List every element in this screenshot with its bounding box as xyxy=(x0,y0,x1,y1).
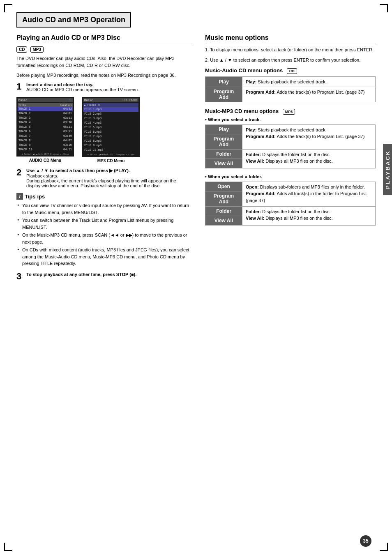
step-3-bold: To stop playback at any other time, pres… xyxy=(26,272,136,277)
folder-folder-desc-bold: Folder: xyxy=(246,209,261,214)
mp3-file-8: FILE 8.mp3 xyxy=(83,139,138,143)
right-section-title: Music menu options xyxy=(205,34,376,43)
mp3-screen-header: Music 138 Items xyxy=(83,98,138,102)
step-2-number: 2 xyxy=(16,168,24,177)
mp3-cd-menu-title: Music-MP3 CD menu options MP3 xyxy=(205,108,376,115)
folder-program-add-desc-bold: Program Add: xyxy=(246,191,276,196)
mp3-folder-desc-bold: Folder: xyxy=(246,152,261,157)
mp3-file-5: FILE 5.mp3 xyxy=(83,125,138,130)
main-title: Audio CD and MP3 Operation xyxy=(22,16,125,24)
mp3-play-desc-text: Starts playback the selected track. xyxy=(256,127,327,132)
left-column: Playing an Audio CD or MP3 Disc CD MP3 T… xyxy=(16,34,191,285)
tips-box: T Tipsips You can view TV channel or vid… xyxy=(16,193,191,267)
audio-cd-badge: CD xyxy=(287,68,297,74)
mp3-file-1: FILE 1.mp3 xyxy=(83,107,138,112)
audio-cd-play-desc-bold: Play: xyxy=(246,79,256,84)
cd-screen-footer: ⊕ Select ▲▼◄►Mark EDIT Program ✕ Close xyxy=(18,153,73,155)
right-intro-2: 2. Use ▲ / ▼ to select an option then pr… xyxy=(205,57,376,64)
cd-track-2: TRACK 2 04:01 xyxy=(18,111,73,116)
cd-screen-label: AUDIO CD Menu xyxy=(16,158,74,163)
right-intro-1: 1. To display menu options, select a tac… xyxy=(205,46,376,53)
audio-cd-program-add-desc: Program Add: Adds the track(s) to Progra… xyxy=(242,87,376,102)
folder-folder-btn: Folder xyxy=(205,206,242,216)
cd-col-duration: Duration xyxy=(60,104,72,106)
folder-open-desc-bold: Open: xyxy=(246,184,259,189)
left-section-title: Playing an Audio CD or MP3 Disc xyxy=(16,34,191,43)
mp3-cd-badge: MP3 xyxy=(283,109,295,115)
mp3-viewall-btn: View All xyxy=(205,159,242,168)
tips-list: You can view TV channel or video input s… xyxy=(16,202,191,267)
mp3-folder-row: ▶ FOLDER 01 xyxy=(83,103,138,107)
cd-track-6: TRACK 603:51 xyxy=(18,129,73,134)
step-2-extra: During playback, the current track's ela… xyxy=(26,178,176,188)
audio-cd-program-add-row: Program Add Program Add: Adds the track(… xyxy=(205,87,376,102)
mp3-program-add-btn: Program Add xyxy=(205,134,242,149)
main-title-box: Audio CD and MP3 Operation xyxy=(16,12,131,28)
folder-viewall-desc-text: Displays all MP3 files on the disc. xyxy=(264,216,332,221)
mp3-header-left: Music xyxy=(84,99,93,102)
screens-row: Music 🎵 Title Duration TRACK 1 04:43 xyxy=(16,97,191,164)
cd-track-1: TRACK 1 04:43 xyxy=(18,107,73,111)
right-col-inner: Music menu options 1. To display menu op… xyxy=(201,34,376,226)
cd-track-5: TRACK 505:21 xyxy=(18,125,73,129)
mp3-folder-menu-table: Open Open: Displays sub-folders and MP3 … xyxy=(205,182,376,226)
tip-3: On the Music-MP3 CD menu, press SCAN (◄◄… xyxy=(16,232,191,245)
cd-track-7: TRACK 703:49 xyxy=(18,134,73,138)
mp3-screen: Music 138 Items ▶ FOLDER 01 FILE 1.mp3 F… xyxy=(82,97,140,157)
audio-cd-menu-title: Music-Audio CD menu options CD xyxy=(205,67,376,74)
folder-viewall-btn: View All xyxy=(205,216,242,225)
step-3: 3 To stop playback at any other time, pr… xyxy=(16,272,191,281)
cd-track-3: TRACK 303:51 xyxy=(18,116,73,120)
folder-program-add-btn: Program Add xyxy=(205,191,242,206)
step-2-content: Use ▲ / ▼ to select a track then press ▶… xyxy=(26,168,191,188)
cd-track-1-name: TRACK 1 xyxy=(18,107,31,111)
cd-track-10: TRACK 1004:11 xyxy=(18,147,73,152)
mp3-play-desc: Play: Starts playback the selected track… xyxy=(242,124,376,149)
tips-icon: T xyxy=(16,193,23,200)
cd-track-2-time: 04:01 xyxy=(63,112,72,115)
mp3-file-10: FILE 10.mp3 xyxy=(83,148,138,152)
mp3-file-3: FILE 3.mp3 xyxy=(83,116,138,121)
cd-header-left: Music xyxy=(18,99,27,102)
cd-col-title: Title xyxy=(18,104,26,106)
audio-cd-program-add-btn: Program Add xyxy=(205,87,242,102)
mp3-file-4: FILE 4.mp3 xyxy=(83,121,138,125)
cd-screen-wrapper: Music 🎵 Title Duration TRACK 1 04:43 xyxy=(16,97,74,164)
tip-4: On CDs with mixed content (audio tracks,… xyxy=(16,246,191,267)
mp3-note: Before playing MP3 recordings, read the … xyxy=(16,72,191,79)
mp3-play-row: Play Play: Starts playback the selected … xyxy=(205,124,376,134)
page-container: Audio CD and MP3 Operation Playing an Au… xyxy=(0,0,392,555)
mp3-viewall-desc-text: Displays all MP3 files on the disc. xyxy=(264,159,332,164)
cd-screen-header: Music 🎵 xyxy=(18,98,73,102)
step-3-number: 3 xyxy=(16,272,24,281)
folder-folder-desc: Folder: Displays the folder list on the … xyxy=(242,206,376,225)
mp3-file-6: FILE 6.mp3 xyxy=(83,130,138,134)
mp3-program-add-desc-bold: Program Add: xyxy=(246,134,276,139)
mp3-folder-row: Folder Folder: Displays the folder list … xyxy=(205,149,376,159)
step-2: 2 Use ▲ / ▼ to select a track then press… xyxy=(16,168,191,188)
mp3-screen-wrapper: Music 138 Items ▶ FOLDER 01 FILE 1.mp3 F… xyxy=(82,97,140,164)
mp3-play-desc-bold: Play: xyxy=(246,127,256,132)
mp3-header-right: 138 Items xyxy=(122,99,138,102)
folder-open-desc-text: Displays sub-folders and MP3 files only … xyxy=(259,184,365,189)
mp3-folder-btn: Folder xyxy=(205,149,242,159)
step-1: 1 Insert a disc and close the tray. AUDI… xyxy=(16,82,191,92)
cd-screen: Music 🎵 Title Duration TRACK 1 04:43 xyxy=(16,97,74,157)
folder-folder-row: Folder Folder: Displays the folder list … xyxy=(205,206,376,216)
audio-cd-program-add-desc-bold: Program Add: xyxy=(246,90,276,94)
badge-row: CD MP3 xyxy=(16,46,191,53)
folder-viewall-desc-bold: View All: xyxy=(246,216,264,221)
mp3-folder-desc-text: Displays the folder list on the disc. xyxy=(261,152,330,157)
mp3-badge: MP3 xyxy=(30,46,44,53)
right-column: Music menu options 1. To display menu op… xyxy=(201,34,376,285)
tips-title: T Tipsips xyxy=(16,193,191,200)
mp3-screen-footer: ⊕ Select ▲▼◄►Mark EDIT Program ✕ Close xyxy=(83,153,138,156)
step-3-content: To stop playback at any other time, pres… xyxy=(26,272,191,277)
audio-cd-play-desc-text: Starts playback the selected track. xyxy=(256,79,327,84)
tip-2: You can switch between the Track List an… xyxy=(16,217,191,230)
cd-col-headers: Title Duration xyxy=(18,103,73,107)
intro-text: The DVD Recorder can play audio CDs. Als… xyxy=(16,55,191,69)
mp3-track-menu-table: Play Play: Starts playback the selected … xyxy=(205,124,376,168)
folder-open-desc: Open: Displays sub-folders and MP3 files… xyxy=(242,182,376,206)
cd-track-9: TRACK 903:10 xyxy=(18,143,73,147)
